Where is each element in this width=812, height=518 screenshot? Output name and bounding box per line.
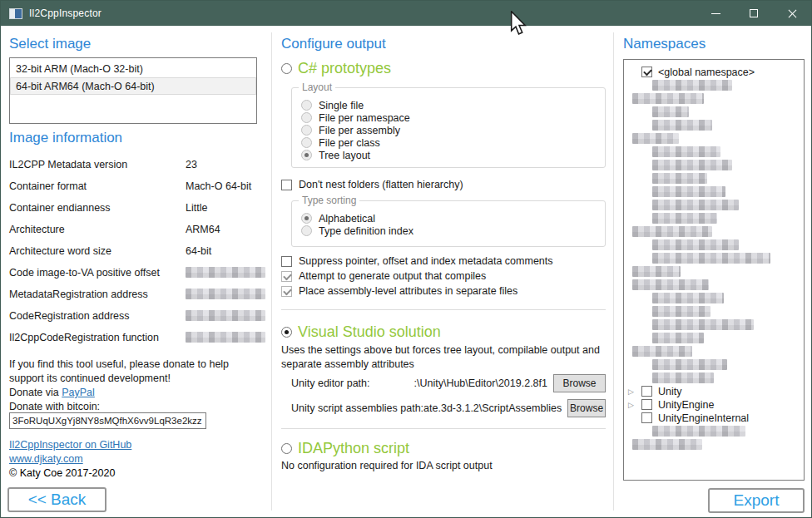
layout-label[interactable]: File per class bbox=[319, 137, 380, 149]
namespace-checkbox[interactable] bbox=[641, 399, 652, 410]
expander-icon[interactable]: ▷ bbox=[628, 399, 634, 411]
output-option-checkbox-row[interactable]: Suppress pointer, offset and index metad… bbox=[281, 255, 553, 267]
visual-studio-radio[interactable] bbox=[281, 327, 292, 338]
layout-option[interactable]: File per namespace bbox=[301, 111, 605, 124]
namespace-row[interactable] bbox=[624, 279, 804, 292]
namespace-row[interactable] bbox=[624, 345, 804, 358]
type-sorting-option[interactable]: Type definition index bbox=[301, 224, 605, 237]
image-info-row: Architecture word size64-bit bbox=[9, 242, 259, 264]
namespace-row[interactable] bbox=[624, 146, 804, 159]
namespace-row[interactable] bbox=[624, 225, 804, 239]
csharp-prototypes-radio[interactable] bbox=[281, 63, 292, 74]
layout-radio[interactable] bbox=[301, 112, 312, 123]
namespace-row[interactable] bbox=[624, 92, 804, 106]
type-sorting-label[interactable]: Alphabetical bbox=[319, 213, 375, 224]
namespace-row[interactable] bbox=[624, 185, 804, 199]
namespace-row[interactable] bbox=[624, 79, 804, 92]
namespace-row[interactable] bbox=[624, 305, 804, 318]
namespace-row[interactable] bbox=[624, 172, 804, 185]
maximize-button[interactable] bbox=[735, 1, 773, 26]
namespace-row[interactable] bbox=[624, 239, 804, 252]
layout-label[interactable]: File per namespace bbox=[319, 112, 410, 124]
layout-label[interactable]: File per assembly bbox=[319, 125, 400, 136]
output-option-checkbox-row[interactable]: Attempt to generate output that compiles bbox=[281, 270, 486, 282]
layout-radio[interactable] bbox=[301, 150, 312, 160]
namespace-checkbox[interactable] bbox=[641, 386, 652, 397]
namespace-row[interactable]: UnityEngineInternal bbox=[624, 412, 804, 425]
minimize-button[interactable] bbox=[696, 1, 735, 26]
namespace-row[interactable] bbox=[624, 199, 804, 212]
website-link[interactable]: www.djkaty.com bbox=[9, 453, 83, 465]
export-button[interactable]: Export bbox=[708, 488, 805, 513]
namespace-row[interactable] bbox=[624, 332, 804, 345]
namespace-label[interactable]: UnityEngineInternal bbox=[658, 412, 749, 424]
expander-icon[interactable]: ▷ bbox=[628, 386, 634, 397]
type-sorting-radio[interactable] bbox=[301, 213, 312, 224]
idapython-label[interactable]: IDAPython script bbox=[298, 440, 409, 457]
namespace-row[interactable] bbox=[624, 292, 804, 305]
type-sorting-radio[interactable] bbox=[301, 225, 312, 236]
image-info-value: Little bbox=[186, 202, 207, 214]
namespace-redacted bbox=[632, 266, 681, 277]
namespace-row[interactable] bbox=[624, 438, 804, 451]
unity-editor-browse-button[interactable]: Browse bbox=[553, 374, 606, 392]
namespace-row[interactable] bbox=[624, 265, 804, 279]
image-listbox[interactable]: 32-bit ARM (Mach-O 32-bit)64-bit ARM64 (… bbox=[9, 57, 257, 124]
namespace-row[interactable]: ▷Unity bbox=[624, 385, 804, 398]
output-option-checkbox[interactable] bbox=[281, 271, 292, 282]
image-info-label: Container format bbox=[9, 180, 87, 192]
namespace-row[interactable] bbox=[624, 106, 804, 119]
type-sorting-option[interactable]: Alphabetical bbox=[301, 212, 605, 224]
namespace-label[interactable]: <global namespace> bbox=[658, 67, 755, 78]
output-option-checkbox[interactable] bbox=[281, 286, 292, 297]
unity-script-path-label: Unity script assemblies path: bbox=[291, 402, 423, 414]
namespace-row[interactable] bbox=[624, 425, 804, 438]
image-list-item[interactable]: 32-bit ARM (Mach-O 32-bit) bbox=[10, 60, 256, 77]
layout-option[interactable]: Single file bbox=[301, 99, 605, 111]
type-sorting-label[interactable]: Type definition index bbox=[319, 225, 413, 237]
layout-radio[interactable] bbox=[301, 137, 312, 148]
namespaces-tree[interactable]: <global namespace>▷Unity▷UnityEngineUnit… bbox=[623, 59, 805, 481]
idapython-radio[interactable] bbox=[281, 443, 292, 454]
unity-script-browse-button[interactable]: Browse bbox=[567, 399, 606, 417]
namespace-row[interactable] bbox=[624, 252, 804, 265]
namespace-row[interactable] bbox=[624, 372, 804, 385]
layout-option[interactable]: File per class bbox=[301, 136, 605, 149]
flatten-checkbox-row[interactable]: Don't nest folders (flatten hierarchy) bbox=[281, 179, 463, 190]
namespace-row[interactable]: ▷UnityEngine bbox=[624, 398, 804, 412]
namespace-row[interactable]: <global namespace> bbox=[624, 66, 804, 79]
namespace-row[interactable] bbox=[624, 159, 804, 172]
namespace-label[interactable]: UnityEngine bbox=[658, 399, 714, 411]
close-button[interactable] bbox=[773, 1, 811, 26]
separator-2 bbox=[281, 428, 606, 429]
namespace-row[interactable] bbox=[624, 212, 804, 225]
namespace-checkbox[interactable] bbox=[641, 412, 652, 423]
image-list-item[interactable]: 64-bit ARM64 (Mach-O 64-bit) bbox=[10, 77, 256, 95]
layout-option[interactable]: File per assembly bbox=[301, 124, 605, 136]
layout-label[interactable]: Single file bbox=[319, 100, 364, 111]
paypal-link[interactable]: PayPal bbox=[62, 387, 95, 398]
layout-radio[interactable] bbox=[301, 100, 312, 111]
back-button[interactable]: << Back bbox=[7, 487, 106, 512]
namespace-row[interactable] bbox=[624, 358, 804, 372]
namespace-row[interactable] bbox=[624, 132, 804, 146]
bitcoin-address-input[interactable] bbox=[9, 412, 206, 429]
output-option-checkbox-row[interactable]: Place assembly-level attributes in separ… bbox=[281, 285, 517, 297]
output-option-checkbox[interactable] bbox=[281, 256, 292, 267]
namespace-row[interactable] bbox=[624, 119, 804, 132]
flatten-checkbox[interactable] bbox=[281, 180, 292, 190]
namespace-label[interactable]: Unity bbox=[658, 386, 681, 397]
output-option-checkbox-label[interactable]: Suppress pointer, offset and index metad… bbox=[299, 255, 553, 267]
output-option-checkbox-label[interactable]: Attempt to generate output that compiles bbox=[299, 270, 486, 282]
namespace-redacted bbox=[652, 372, 714, 383]
github-link[interactable]: Il2CppInspector on GitHub bbox=[9, 439, 131, 451]
namespace-row[interactable] bbox=[624, 318, 804, 332]
layout-option[interactable]: Tree layout bbox=[301, 149, 605, 161]
layout-radio[interactable] bbox=[301, 125, 312, 136]
output-option-checkbox-label[interactable]: Place assembly-level attributes in separ… bbox=[299, 285, 517, 297]
visual-studio-label[interactable]: Visual Studio solution bbox=[298, 323, 441, 341]
flatten-checkbox-label[interactable]: Don't nest folders (flatten hierarchy) bbox=[299, 179, 463, 190]
csharp-prototypes-label[interactable]: C# prototypes bbox=[298, 60, 391, 77]
namespace-checkbox[interactable] bbox=[641, 67, 652, 77]
layout-label[interactable]: Tree layout bbox=[319, 150, 370, 161]
